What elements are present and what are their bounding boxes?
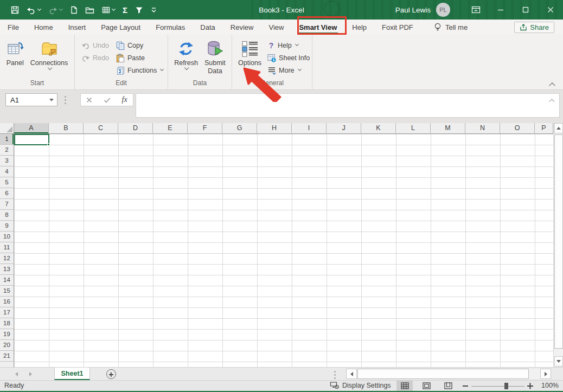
ribbon-display-options-button[interactable] [463,0,488,20]
collapse-ribbon-button[interactable] [550,82,556,86]
column-header-J[interactable]: J [327,123,361,133]
tab-insert[interactable]: Insert [61,20,94,35]
open-file-button[interactable] [85,6,94,14]
tab-file[interactable]: File [0,20,27,35]
zoom-slider-thumb[interactable] [504,383,508,389]
column-header-A[interactable]: A [14,123,49,133]
refresh-button[interactable]: Refresh [171,37,201,72]
submit-data-button[interactable]: Submit Data [202,37,228,76]
grid-cells[interactable] [14,134,553,367]
row-header-2[interactable]: 2 [0,145,14,156]
column-header-G[interactable]: G [222,123,257,133]
undo-button[interactable] [27,6,41,14]
page-break-preview-button[interactable] [440,381,456,391]
column-header-P[interactable]: P [535,123,553,133]
scroll-right-button[interactable] [540,369,551,379]
normal-view-button[interactable] [396,381,413,391]
row-header-16[interactable]: 16 [0,297,14,307]
autosum-button[interactable]: Σ [123,5,127,15]
tabbar-resize-handle[interactable] [334,369,336,381]
minimize-button[interactable] [488,0,513,20]
quick-table-button[interactable] [102,6,115,14]
row-header-8[interactable]: 8 [0,210,14,221]
row-header-12[interactable]: 12 [0,253,14,264]
scroll-up-button[interactable] [554,123,563,133]
tab-data[interactable]: Data [193,20,222,35]
tab-formulas[interactable]: Formulas [148,20,193,35]
scroll-down-button[interactable] [554,356,563,367]
connections-button[interactable]: Connections [28,37,71,72]
row-header-4[interactable]: 4 [0,166,14,177]
panel-button[interactable]: Panel [4,37,27,68]
column-header-F[interactable]: F [188,123,222,133]
row-header-1[interactable]: 1 [0,134,14,145]
horizontal-scrollbar[interactable] [346,369,551,379]
vertical-scrollbar-thumb[interactable] [554,134,563,349]
column-header-I[interactable]: I [292,123,327,133]
tab-view[interactable]: View [261,20,291,35]
column-header-K[interactable]: K [361,123,396,133]
paste-button[interactable]: Paste [114,52,165,64]
redo-ribbon-button[interactable]: Redo [79,52,113,64]
tab-home[interactable]: Home [27,20,61,35]
row-header-14[interactable]: 14 [0,275,14,286]
tell-me-button[interactable]: Tell me [434,20,468,35]
row-header-19[interactable]: 19 [0,329,14,340]
row-header-6[interactable]: 6 [0,188,14,199]
formula-input[interactable] [136,93,560,118]
row-header-13[interactable]: 13 [0,264,14,275]
customize-qat-button[interactable] [151,7,157,13]
display-settings-button[interactable]: Display Settings [330,381,391,389]
row-header-3[interactable]: 3 [0,156,14,166]
options-button[interactable]: Options [235,37,264,68]
row-header-18[interactable]: 18 [0,318,14,329]
formula-bar-expand-icon[interactable] [550,98,555,101]
zoom-in-button[interactable] [527,383,533,389]
row-header-17[interactable]: 17 [0,307,14,318]
new-sheet-button[interactable] [106,369,116,379]
column-header-H[interactable]: H [257,123,292,133]
undo-dropdown-icon[interactable] [37,7,41,10]
formula-bar-resize-handle[interactable] [65,94,66,105]
tab-review[interactable]: Review [223,20,261,35]
row-header-15[interactable]: 15 [0,286,14,297]
selected-cell-a1[interactable] [14,134,49,145]
name-box-dropdown-icon[interactable] [49,99,54,101]
row-header-10[interactable]: 10 [0,232,14,242]
tab-foxit-pdf[interactable]: Foxit PDF [374,20,421,35]
row-header-11[interactable]: 11 [0,242,14,253]
tab-page-layout[interactable]: Page Layout [93,20,148,35]
enter-check-icon[interactable] [104,97,111,103]
row-header-21[interactable]: 21 [0,351,14,362]
cancel-icon[interactable] [86,97,92,103]
new-file-button[interactable] [70,6,78,14]
vertical-scrollbar[interactable] [553,123,563,367]
column-header-N[interactable]: N [465,123,500,133]
redo-dropdown-icon[interactable] [59,7,63,10]
scroll-left-button[interactable] [346,369,357,379]
tab-smart-view[interactable]: Smart View [291,20,344,35]
maximize-button[interactable] [513,0,538,20]
copy-button[interactable]: Copy [114,39,165,52]
zoom-level[interactable]: 100% [537,382,559,389]
row-header-20[interactable]: 20 [0,340,14,351]
column-header-B[interactable]: B [49,123,84,133]
column-header-C[interactable]: C [84,123,118,133]
sheet-info-button[interactable]: Sheet Info [265,52,312,64]
sheet-tab-sheet1[interactable]: Sheet1 [54,368,90,381]
help-button[interactable]: ? Help [265,39,312,52]
close-button[interactable] [538,0,563,20]
functions-button[interactable]: Functions [114,64,165,76]
redo-button[interactable] [48,6,62,14]
save-button[interactable] [11,6,19,14]
row-header-9[interactable]: 9 [0,221,14,232]
fill-handle[interactable] [47,143,50,146]
row-header-7[interactable]: 7 [0,199,14,210]
page-layout-view-button[interactable] [418,381,434,391]
select-all-corner[interactable] [0,123,14,134]
user-name[interactable]: Paul Lewis [395,6,431,14]
insert-function-button[interactable]: fx [122,95,127,104]
column-header-L[interactable]: L [396,123,431,133]
filter-button[interactable] [135,6,143,14]
column-header-E[interactable]: E [153,123,188,133]
